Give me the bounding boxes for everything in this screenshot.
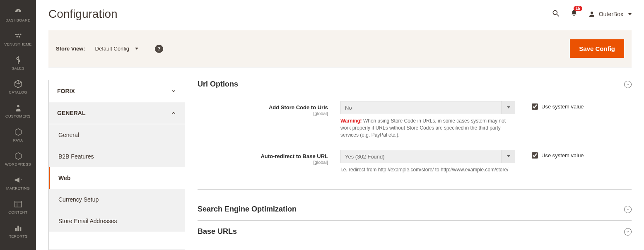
config-group-label: FORIX [57,88,75,94]
sidebar-item-reports[interactable]: REPORTS [0,219,36,243]
bars-icon [14,224,23,233]
sidebar-item-label: MARKETING [6,186,30,190]
svg-point-0 [15,34,17,36]
field-label-text: Auto-redirect to Base URL [260,153,328,159]
sidebar-item-content[interactable]: CONTENT [0,195,36,219]
admin-sidebar: DASHBOARD VENUSTHEME SALES CATALOG CUSTO… [0,0,36,250]
section-head-url-options[interactable]: Url Options [198,80,632,93]
sidebar-item-label: VENUSTHEME [4,42,32,46]
config-item-web[interactable]: Web [49,167,185,189]
notifications-button[interactable]: 15 [570,9,578,19]
sidebar-item-label: DASHBOARD [5,18,31,22]
svg-rect-10 [17,226,19,231]
sidebar-item-label: PAYA [13,138,23,142]
config-group-items: General B2B Features Web Currency Setup … [49,124,185,232]
save-config-button[interactable]: Save Config [570,39,624,58]
sidebar-item-marketing[interactable]: MARKETING [0,171,36,195]
svg-point-12 [553,10,557,14]
field-control: No Warning! When using Store Code in URL… [340,101,515,138]
sidebar-item-label: CATALOG [9,90,27,94]
gauge-icon [14,7,23,17]
person-icon [14,103,23,113]
user-menu[interactable]: OuterBox [588,10,632,18]
use-system-label: Use system value [541,103,584,110]
note-text: When using Store Code in URLs, in some c… [340,118,506,138]
fieldset-url-options: Add Store Code to Urls [global] No Warni… [198,93,632,190]
config-item-store-email[interactable]: Store Email Addresses [49,210,185,232]
sidebar-item-catalog[interactable]: CATALOG [0,75,36,99]
search-button[interactable] [552,9,560,19]
sidebar-item-customers[interactable]: CUSTOMERS [0,99,36,123]
field-label-text: Add Store Code to Urls [269,104,328,111]
svg-rect-6 [14,201,22,207]
chevron-down-icon [171,88,176,94]
page-title: Configuration [48,7,552,21]
chevron-up-icon [171,110,176,116]
help-button[interactable]: ? [155,45,163,53]
field-label: Add Store Code to Urls [global] [198,101,340,116]
sidebar-item-dashboard[interactable]: DASHBOARD [0,3,36,27]
section-title: Url Options [198,80,238,89]
config-group-head[interactable]: GENERAL [49,102,185,124]
svg-point-14 [591,12,593,14]
hex-icon [14,151,23,161]
main-area: Configuration 15 OuterBox Store View: De… [36,0,644,250]
use-system-checkbox[interactable] [532,103,538,110]
config-item-currency[interactable]: Currency Setup [49,189,185,210]
config-nav: FORIX GENERAL General B2B Features Web C… [48,80,185,250]
store-view-value: Default Config [95,46,129,52]
sidebar-item-label: REPORTS [8,234,27,238]
sidebar-item-venustheme[interactable]: VENUSTHEME [0,27,36,51]
svg-point-5 [17,105,19,107]
store-view-label: Store View: [56,46,85,52]
config-body: FORIX GENERAL General B2B Features Web C… [48,80,632,250]
collapse-down-icon [624,228,632,236]
auto-redirect-select[interactable]: Yes (302 Found) [340,150,515,163]
dots-icon [14,31,23,41]
megaphone-icon [14,175,23,185]
config-group-forix: FORIX [49,80,185,102]
use-system-label: Use system value [541,152,584,159]
sidebar-item-paya[interactable]: PAYA [0,123,36,147]
field-note: I.e. redirect from http://example.com/st… [340,166,515,173]
config-item-general[interactable]: General [49,124,185,146]
notification-badge: 15 [574,6,582,11]
sidebar-item-label: CUSTOMERS [5,114,31,118]
field-scope: [global] [198,111,328,116]
field-auto-redirect: Auto-redirect to Base URL [global] Yes (… [198,150,632,173]
collapse-up-icon [624,81,632,88]
use-system-wrap: Use system value [515,101,584,110]
sidebar-item-sales[interactable]: SALES [0,51,36,75]
hex-icon [14,127,23,137]
config-group-general: GENERAL General B2B Features Web Currenc… [49,102,185,232]
sidebar-item-label: CONTENT [8,210,27,214]
note-text: I.e. redirect from http://example.com/st… [340,167,509,173]
sidebar-item-wordpress[interactable]: WORDPRESS [0,147,36,171]
section-title: Base URLs [198,227,237,236]
sidebar-item-label: WORDPRESS [5,162,31,166]
field-label: Auto-redirect to Base URL [global] [198,150,340,165]
caret-down-icon [135,48,138,50]
config-group-head[interactable]: FORIX [49,80,185,102]
warning-label: Warning! [340,118,362,124]
svg-rect-11 [19,227,21,231]
config-item-b2b[interactable]: B2B Features [49,146,185,167]
use-system-checkbox[interactable] [532,152,538,159]
add-store-code-select[interactable]: No [340,101,515,114]
section-title: Search Engine Optimization [198,205,297,214]
section-head-base-urls[interactable]: Base URLs [198,220,632,243]
svg-point-2 [19,34,21,36]
field-add-store-code: Add Store Code to Urls [global] No Warni… [198,101,632,138]
user-icon [588,10,596,18]
svg-line-13 [557,14,559,17]
svg-point-4 [18,36,20,38]
select-wrap: Yes (302 Found) [340,150,515,163]
search-icon [552,9,560,17]
store-view-select[interactable]: Default Config [95,46,138,52]
svg-point-1 [17,34,19,36]
svg-point-3 [16,36,18,38]
svg-rect-9 [15,228,17,231]
field-control: Yes (302 Found) I.e. redirect from http:… [340,150,515,173]
sidebar-item-label: SALES [12,66,24,70]
section-head-seo[interactable]: Search Engine Optimization [198,198,632,220]
